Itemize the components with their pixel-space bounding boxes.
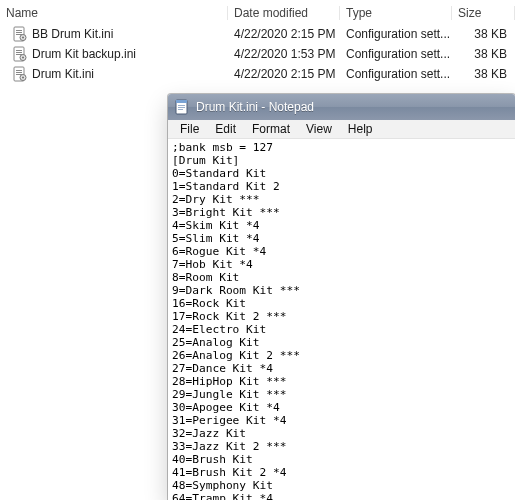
menu-view[interactable]: View [298,121,340,137]
file-row[interactable]: BB Drum Kit.ini 4/22/2020 2:15 PM Config… [0,24,515,44]
notepad-icon [174,99,190,115]
ini-file-icon [12,46,28,62]
notepad-window[interactable]: Drum Kit.ini - Notepad File Edit Format … [168,94,515,500]
menu-format[interactable]: Format [244,121,298,137]
file-type: Configuration sett... [340,67,452,81]
file-row[interactable]: Drum Kit.ini 4/22/2020 2:15 PM Configura… [0,64,515,84]
window-title: Drum Kit.ini - Notepad [196,100,314,114]
svg-rect-21 [178,107,185,108]
file-modified: 4/22/2020 2:15 PM [228,67,340,81]
svg-rect-22 [178,109,183,110]
file-row[interactable]: Drum Kit backup.ini 4/22/2020 1:53 PM Co… [0,44,515,64]
svg-rect-14 [16,72,22,73]
svg-rect-13 [16,70,22,71]
svg-rect-19 [176,100,187,103]
svg-point-17 [22,76,24,78]
svg-rect-7 [16,50,22,51]
text-editor[interactable]: ;bank msb = 127 [Drum Kit] 0=Standard Ki… [168,139,515,500]
file-explorer: Name Date modified Type Size BB Drum Kit… [0,0,515,98]
ini-file-icon [12,66,28,82]
svg-rect-2 [16,32,22,33]
menu-edit[interactable]: Edit [207,121,244,137]
col-header-size[interactable]: Size [452,6,515,20]
svg-point-5 [22,36,24,38]
file-size: 38 KB [452,27,515,41]
svg-rect-20 [178,105,185,106]
titlebar[interactable]: Drum Kit.ini - Notepad [168,94,515,120]
col-header-modified[interactable]: Date modified [228,6,340,20]
svg-rect-8 [16,52,22,53]
file-size: 38 KB [452,67,515,81]
svg-point-11 [22,56,24,58]
file-name: Drum Kit.ini [32,67,94,81]
menubar: File Edit Format View Help [168,120,515,139]
file-type: Configuration sett... [340,27,452,41]
menu-file[interactable]: File [172,121,207,137]
file-modified: 4/22/2020 1:53 PM [228,47,340,61]
file-type: Configuration sett... [340,47,452,61]
ini-file-icon [12,26,28,42]
col-header-name[interactable]: Name [0,6,228,20]
col-header-type[interactable]: Type [340,6,452,20]
file-modified: 4/22/2020 2:15 PM [228,27,340,41]
menu-help[interactable]: Help [340,121,381,137]
file-size: 38 KB [452,47,515,61]
svg-rect-1 [16,30,22,31]
column-headers-row: Name Date modified Type Size [0,2,515,24]
file-name: Drum Kit backup.ini [32,47,136,61]
file-name: BB Drum Kit.ini [32,27,113,41]
